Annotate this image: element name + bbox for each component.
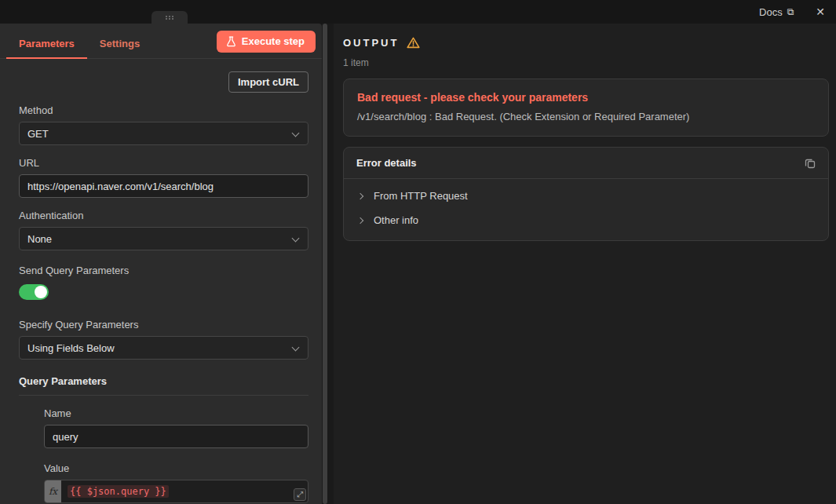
close-icon[interactable]: ✕ (816, 6, 825, 17)
expression-token: {{ $json.query }} (68, 485, 169, 498)
error-summary-title: Bad request - please check your paramete… (357, 91, 815, 104)
top-bar: Docs ⧉ ✕ (0, 0, 836, 24)
output-panel-title: OUTPUT (343, 37, 399, 49)
specify-query-parameters-label: Specify Query Parameters (19, 319, 308, 331)
error-detail-row-label: Other info (374, 214, 418, 226)
external-link-icon: ⧉ (787, 6, 794, 17)
expression-text: {{ $json.query }} (61, 480, 175, 502)
flask-icon (226, 36, 236, 47)
execute-step-label: Execute step (242, 35, 305, 47)
toggle-knob (35, 286, 47, 298)
parameters-form: Import cURL Method GET URL Authenticatio… (0, 59, 322, 504)
copy-icon[interactable] (805, 158, 816, 169)
expand-expression-icon[interactable]: ⤢ (294, 488, 306, 501)
specify-query-parameters-select[interactable]: Using Fields Below (19, 336, 308, 360)
tabs-row: Parameters Settings Execute step (0, 24, 322, 59)
specify-query-parameters-value: Using Fields Below (27, 342, 115, 354)
param-value-label: Value (44, 462, 308, 474)
param-name-label: Name (44, 407, 308, 419)
send-query-parameters-label: Send Query Parameters (19, 265, 308, 276)
scrollbar[interactable] (323, 24, 327, 504)
chevron-down-icon (292, 344, 300, 352)
main-layout: Parameters Settings Execute step Import … (0, 24, 836, 504)
query-parameter-item: Name Value fx {{ $json.query }} ⤢ undefi… (44, 407, 308, 504)
tab-settings[interactable]: Settings (87, 30, 152, 58)
error-summary-card: Bad request - please check your paramete… (343, 79, 829, 137)
method-label: Method (19, 104, 308, 116)
tab-parameters[interactable]: Parameters (6, 30, 87, 58)
authentication-select[interactable]: None (19, 227, 308, 250)
tabs: Parameters Settings (6, 30, 152, 58)
chevron-right-icon (357, 217, 363, 223)
grip-dots-icon (166, 16, 167, 17)
url-input[interactable] (19, 174, 308, 198)
method-select-value: GET (27, 128, 49, 140)
execute-step-button[interactable]: Execute step (217, 31, 316, 53)
chevron-down-icon (292, 235, 300, 243)
param-name-input[interactable] (44, 425, 308, 448)
expression-fx-badge[interactable]: fx (45, 480, 61, 502)
authentication-select-value: None (27, 233, 52, 245)
error-details-title: Error details (356, 157, 417, 169)
url-label: URL (19, 157, 308, 169)
panel-drag-handle[interactable] (152, 11, 188, 24)
docs-link-label: Docs (759, 6, 783, 18)
output-panel: OUTPUT 1 item Bad request - please check… (334, 24, 836, 504)
error-detail-row-other-info[interactable]: Other info (344, 208, 828, 232)
error-details-card: Error details From HTTP Request Other in… (343, 147, 829, 241)
warning-icon (407, 37, 420, 49)
error-detail-row-label: From HTTP Request (374, 190, 468, 202)
node-settings-panel: Parameters Settings Execute step Import … (0, 24, 322, 504)
output-item-count: 1 item (343, 57, 829, 68)
error-summary-description: /v1/search/blog : Bad Request. (Check Ex… (357, 111, 815, 122)
chevron-down-icon (292, 130, 300, 137)
panel-resize-gutter[interactable] (322, 24, 334, 504)
authentication-label: Authentication (19, 210, 308, 221)
query-parameters-section-title: Query Parameters (19, 375, 308, 396)
import-curl-button[interactable]: Import cURL (228, 71, 308, 93)
docs-link[interactable]: Docs ⧉ (759, 6, 794, 18)
method-select[interactable]: GET (19, 122, 308, 145)
error-detail-row-http-request[interactable]: From HTTP Request (344, 184, 828, 208)
send-query-parameters-toggle[interactable] (19, 284, 49, 300)
param-value-expression-input[interactable]: fx {{ $json.query }} ⤢ (44, 480, 308, 503)
chevron-right-icon (357, 192, 363, 199)
